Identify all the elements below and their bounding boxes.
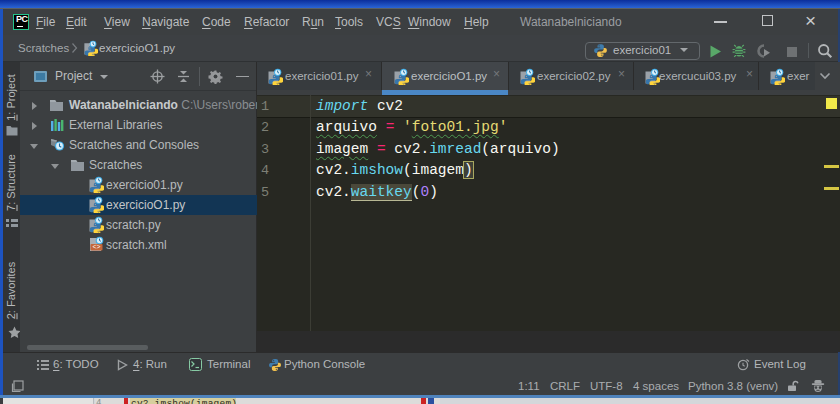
svg-text:<>: <>: [93, 244, 101, 251]
